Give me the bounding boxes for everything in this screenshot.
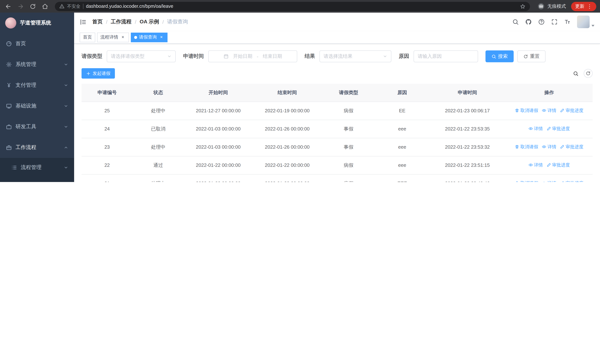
- action-label: 审批进度: [566, 180, 583, 182]
- plus-icon: [86, 71, 91, 76]
- incognito-badge: 无痕模式: [537, 3, 566, 10]
- search-button[interactable]: 搜索: [486, 50, 514, 62]
- tags-view-tab[interactable]: 流程详情×: [97, 32, 129, 42]
- forward-button[interactable]: [18, 3, 24, 9]
- approval-progress-action[interactable]: 审批进度: [560, 107, 583, 114]
- dashboard-icon: [6, 41, 12, 47]
- refresh-icon: [523, 54, 528, 59]
- cancel-leave-action[interactable]: 取消请假: [515, 107, 538, 114]
- app-frame: 芋道管理系统 首页系统管理支付管理基础设施研发工具工作流程流程管理任务管理我的流…: [0, 13, 600, 182]
- detail-action[interactable]: 详情: [542, 180, 556, 182]
- refresh-icon[interactable]: [584, 69, 593, 78]
- breadcrumb-item[interactable]: OA 示例: [140, 19, 159, 25]
- cell-end: 2022-01-26 00:00:00: [253, 120, 322, 138]
- cell-id: 23: [82, 138, 133, 156]
- action-label: 审批进度: [566, 144, 583, 150]
- approval-progress-action[interactable]: 审批进度: [547, 162, 570, 168]
- breadcrumb-separator: /: [106, 19, 107, 25]
- sidebar-item-process-management[interactable]: 流程管理: [0, 158, 74, 177]
- chevron-down-icon: [167, 54, 172, 59]
- sidebar-item-home[interactable]: 首页: [0, 33, 74, 54]
- browser-menu-icon[interactable]: ⋮: [587, 4, 592, 9]
- action-label: 取消请假: [521, 107, 538, 114]
- sidebar: 芋道管理系统 首页系统管理支付管理基础设施研发工具工作流程流程管理任务管理我的流…: [0, 13, 74, 182]
- tab-close-icon[interactable]: ×: [120, 35, 126, 40]
- workflow-icon: [6, 145, 12, 150]
- chevron-down-icon: [64, 62, 68, 67]
- reset-button-label: 重置: [530, 53, 540, 60]
- cell-reason: eee: [375, 120, 429, 138]
- search-icon[interactable]: [512, 19, 519, 25]
- detail-action[interactable]: 详情: [542, 144, 556, 150]
- sidebar-item-workflow[interactable]: 工作流程: [0, 137, 74, 158]
- fullscreen-icon[interactable]: [551, 19, 558, 25]
- cancel-leave-action[interactable]: 取消请假: [515, 144, 538, 150]
- reset-button[interactable]: 重置: [517, 50, 545, 62]
- leave-table: 申请编号状态开始时间结束时间请假类型原因申请时间操作 25处理中2021-12-…: [82, 84, 593, 182]
- bookmark-star-icon[interactable]: [520, 3, 525, 9]
- cell-actions: 取消请假详情审批进度: [506, 138, 593, 156]
- sidebar-item-dev-tools[interactable]: 研发工具: [0, 116, 74, 137]
- apply-time-range-input[interactable]: 开始日期 - 结束日期: [208, 50, 297, 62]
- calendar-icon: [224, 54, 229, 59]
- search-icon: [573, 71, 579, 76]
- cancel-leave-action[interactable]: 取消请假: [515, 180, 538, 182]
- sidebar-item-task-management[interactable]: 任务管理: [0, 177, 74, 182]
- breadcrumb-separator: /: [135, 19, 136, 25]
- table-row: 22通过2022-01-22 00:00:002022-01-22 00:00:…: [82, 156, 593, 174]
- leave-type-select[interactable]: 请选择请假类型: [107, 50, 176, 62]
- filter-form: 请假类型 请选择请假类型 申请时间 开始日期 - 结束日期 结果 请选择流结果: [82, 50, 593, 62]
- cell-type: 病假: [322, 174, 375, 182]
- detail-action[interactable]: 详情: [528, 126, 543, 132]
- cell-apply_time: 2022-01-22 23:51:15: [429, 156, 506, 174]
- github-icon[interactable]: [525, 19, 532, 25]
- collapse-sidebar-button[interactable]: [80, 18, 87, 25]
- detail-action[interactable]: 详情: [528, 162, 543, 168]
- sidebar-item-system[interactable]: 系统管理: [0, 54, 74, 75]
- detail-action[interactable]: 详情: [542, 107, 556, 114]
- cell-actions: 详情审批进度: [506, 120, 593, 138]
- approval-progress-action[interactable]: 审批进度: [547, 126, 570, 132]
- sidebar-item-infrastructure[interactable]: 基础设施: [0, 96, 74, 116]
- cell-id: 22: [82, 156, 133, 174]
- tags-view: 首页流程详情×请假查询×: [74, 31, 600, 44]
- edit-icon: [560, 108, 565, 113]
- toggle-search-icon[interactable]: [573, 71, 579, 76]
- cell-type: 事假: [322, 138, 375, 156]
- font-size-icon[interactable]: [564, 19, 571, 25]
- breadcrumb-item[interactable]: 首页: [92, 19, 103, 25]
- update-label: 更新: [575, 3, 584, 9]
- view-icon: [542, 145, 546, 149]
- screen: 不安全 dashboard.yudao.iocoder.cn/bpm/oa/le…: [0, 0, 600, 182]
- app-logo[interactable]: 芋道管理系统: [0, 13, 74, 33]
- delete-icon: [515, 108, 519, 113]
- sidebar-item-payment[interactable]: 支付管理: [0, 75, 74, 96]
- cell-type: 事假: [322, 120, 375, 138]
- address-bar[interactable]: 不安全 dashboard.yudao.iocoder.cn/bpm/oa/le…: [55, 2, 530, 11]
- tab-close-icon[interactable]: ×: [159, 35, 164, 40]
- breadcrumb-item[interactable]: 工作流程: [111, 19, 131, 25]
- update-button[interactable]: 更新 ⋮: [571, 2, 596, 11]
- user-avatar[interactable]: [577, 16, 594, 28]
- reason-input[interactable]: 请输入原因: [413, 50, 478, 62]
- result-select[interactable]: 请选择流结果: [319, 50, 391, 62]
- home-button[interactable]: [42, 3, 48, 9]
- back-button[interactable]: [5, 3, 11, 9]
- table-header-row: 申请编号状态开始时间结束时间请假类型原因申请时间操作: [82, 84, 593, 102]
- action-label: 取消请假: [521, 144, 538, 150]
- approval-progress-action[interactable]: 审批进度: [560, 180, 583, 182]
- approval-progress-action[interactable]: 审批进度: [560, 144, 583, 150]
- browser-chrome: 不安全 dashboard.yudao.iocoder.cn/bpm/oa/le…: [0, 0, 600, 13]
- create-leave-button[interactable]: 发起请假: [82, 68, 115, 79]
- tags-view-tab[interactable]: 首页: [80, 32, 95, 42]
- reload-button[interactable]: [30, 3, 36, 9]
- help-icon[interactable]: [538, 19, 545, 25]
- chevron-down-icon: [383, 54, 387, 59]
- view-icon: [542, 108, 546, 113]
- star-icon: [520, 3, 525, 9]
- url-divider: [83, 4, 83, 9]
- tags-view-tab[interactable]: 请假查询×: [131, 32, 168, 42]
- app-title: 芋道管理系统: [20, 20, 51, 26]
- chevron-down-icon: [64, 125, 68, 129]
- font-size-icon: [564, 19, 571, 25]
